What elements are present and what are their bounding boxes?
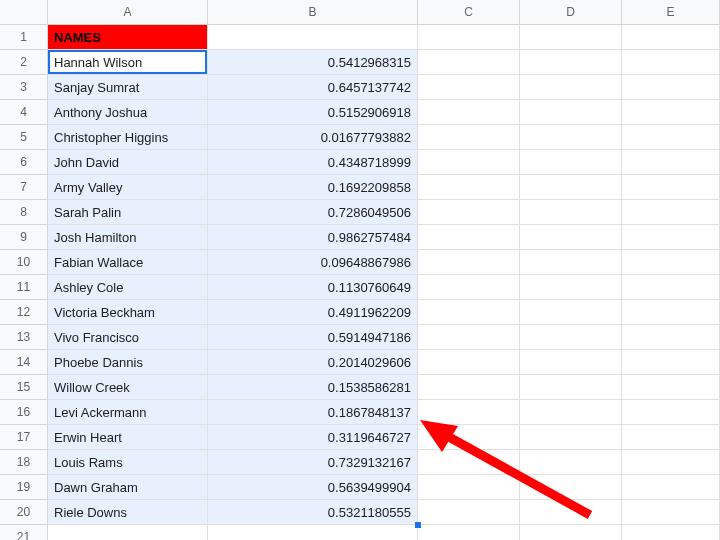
cell[interactable] xyxy=(622,425,720,450)
cell[interactable] xyxy=(520,225,622,250)
cell[interactable] xyxy=(418,125,520,150)
cell[interactable] xyxy=(418,300,520,325)
cell[interactable] xyxy=(622,50,720,75)
cell[interactable] xyxy=(418,325,520,350)
cell[interactable] xyxy=(622,300,720,325)
cell[interactable] xyxy=(622,175,720,200)
cell[interactable] xyxy=(418,175,520,200)
cell[interactable]: Vivo Francisco xyxy=(48,325,208,350)
cell[interactable]: 0.1867848137 xyxy=(208,400,418,425)
row-header[interactable]: 4 xyxy=(0,100,48,125)
cell[interactable] xyxy=(622,350,720,375)
cell[interactable] xyxy=(418,400,520,425)
cell[interactable] xyxy=(520,450,622,475)
cell[interactable] xyxy=(520,250,622,275)
cell[interactable] xyxy=(520,300,622,325)
row-header[interactable]: 2 xyxy=(0,50,48,75)
row-header[interactable]: 15 xyxy=(0,375,48,400)
cell[interactable]: 0.01677793882 xyxy=(208,125,418,150)
cell[interactable] xyxy=(622,250,720,275)
row-header[interactable]: 16 xyxy=(0,400,48,425)
cell[interactable] xyxy=(208,525,418,540)
row-header[interactable]: 6 xyxy=(0,150,48,175)
cell[interactable]: 0.4911962209 xyxy=(208,300,418,325)
cell-A2-active[interactable]: Hannah Wilson xyxy=(48,50,208,75)
col-header-B[interactable]: B xyxy=(208,0,418,25)
cell[interactable]: Army Valley xyxy=(48,175,208,200)
cell[interactable] xyxy=(622,325,720,350)
row-header[interactable]: 9 xyxy=(0,225,48,250)
cell[interactable] xyxy=(520,475,622,500)
cell[interactable]: Phoebe Dannis xyxy=(48,350,208,375)
cell[interactable] xyxy=(622,525,720,540)
cell[interactable] xyxy=(622,25,720,50)
row-header[interactable]: 12 xyxy=(0,300,48,325)
cell[interactable] xyxy=(520,375,622,400)
cell[interactable] xyxy=(418,525,520,540)
cell[interactable] xyxy=(622,225,720,250)
cell[interactable] xyxy=(622,200,720,225)
cell[interactable] xyxy=(622,100,720,125)
cell[interactable]: Levi Ackermann xyxy=(48,400,208,425)
cell[interactable] xyxy=(622,75,720,100)
row-header[interactable]: 18 xyxy=(0,450,48,475)
col-header-A[interactable]: A xyxy=(48,0,208,25)
select-all-corner[interactable] xyxy=(0,0,48,25)
cell[interactable] xyxy=(520,175,622,200)
spreadsheet-grid[interactable]: A B C D E 1 NAMES 2 Hannah Wilson 0.5412… xyxy=(0,0,720,540)
cell[interactable] xyxy=(418,500,520,525)
cell[interactable] xyxy=(418,250,520,275)
cell[interactable]: Riele Downs xyxy=(48,500,208,525)
cell[interactable] xyxy=(418,375,520,400)
col-header-E[interactable]: E xyxy=(622,0,720,25)
cell[interactable]: Ashley Cole xyxy=(48,275,208,300)
cell[interactable] xyxy=(520,125,622,150)
cell[interactable] xyxy=(622,450,720,475)
cell[interactable] xyxy=(418,75,520,100)
cell[interactable]: 0.1538586281 xyxy=(208,375,418,400)
cell[interactable]: 0.7329132167 xyxy=(208,450,418,475)
cell[interactable]: 0.5914947186 xyxy=(208,325,418,350)
cell[interactable]: Willow Creek xyxy=(48,375,208,400)
cell[interactable]: 0.5321180555 xyxy=(208,500,418,525)
cell[interactable]: Victoria Beckham xyxy=(48,300,208,325)
cell[interactable]: 0.1692209858 xyxy=(208,175,418,200)
cell[interactable]: 0.7286049506 xyxy=(208,200,418,225)
cell[interactable]: Sarah Palin xyxy=(48,200,208,225)
cell[interactable] xyxy=(520,100,622,125)
cell[interactable] xyxy=(622,125,720,150)
cell[interactable]: Sanjay Sumrat xyxy=(48,75,208,100)
cell[interactable]: 0.6457137742 xyxy=(208,75,418,100)
cell[interactable] xyxy=(622,375,720,400)
cell[interactable]: 0.4348718999 xyxy=(208,150,418,175)
cell[interactable] xyxy=(208,25,418,50)
row-header[interactable]: 10 xyxy=(0,250,48,275)
cell[interactable]: Anthony Joshua xyxy=(48,100,208,125)
cell[interactable]: Fabian Wallace xyxy=(48,250,208,275)
cell[interactable] xyxy=(520,75,622,100)
row-header[interactable]: 14 xyxy=(0,350,48,375)
row-header[interactable]: 1 xyxy=(0,25,48,50)
cell[interactable] xyxy=(622,475,720,500)
cell[interactable]: 0.5152906918 xyxy=(208,100,418,125)
cell[interactable] xyxy=(520,200,622,225)
cell[interactable] xyxy=(622,275,720,300)
cell[interactable]: 0.5639499904 xyxy=(208,475,418,500)
cell[interactable]: Josh Hamilton xyxy=(48,225,208,250)
cell[interactable] xyxy=(520,500,622,525)
cell[interactable] xyxy=(418,150,520,175)
cell-A1-header[interactable]: NAMES xyxy=(48,25,208,50)
row-header[interactable]: 8 xyxy=(0,200,48,225)
col-header-D[interactable]: D xyxy=(520,0,622,25)
cell[interactable] xyxy=(418,350,520,375)
cell[interactable]: 0.3119646727 xyxy=(208,425,418,450)
cell[interactable] xyxy=(418,425,520,450)
cell[interactable] xyxy=(520,325,622,350)
cell[interactable] xyxy=(418,450,520,475)
cell[interactable] xyxy=(418,50,520,75)
cell[interactable] xyxy=(418,25,520,50)
row-header[interactable]: 11 xyxy=(0,275,48,300)
selection-fill-handle[interactable] xyxy=(415,522,421,528)
cell[interactable] xyxy=(418,475,520,500)
cell[interactable] xyxy=(418,100,520,125)
